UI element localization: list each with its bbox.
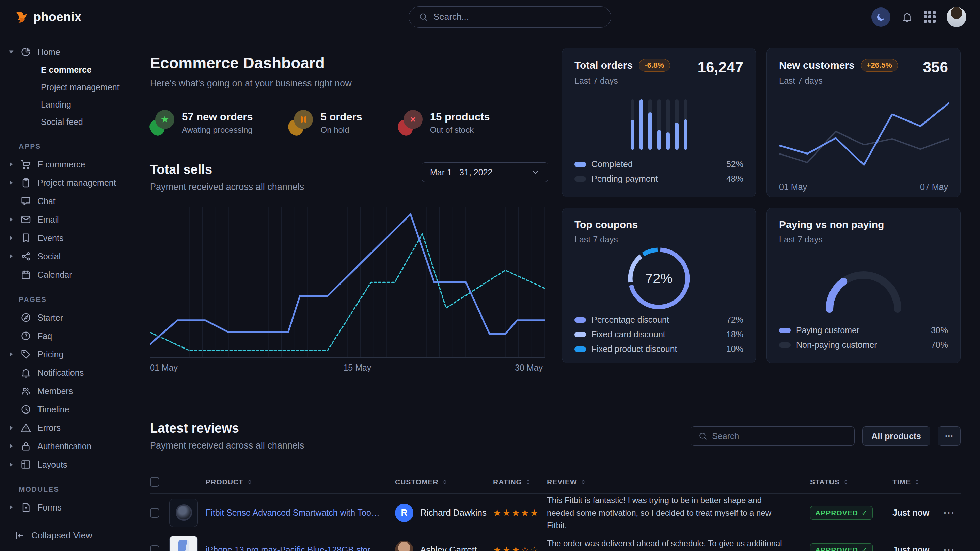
legend-percentage-discount: Percentage discount 72% (574, 313, 743, 327)
date-range-select[interactable]: Mar 1 - 31, 2022 (422, 162, 548, 182)
sidebar-item-project-management[interactable]: Project management (0, 79, 130, 96)
sidebar-item-home[interactable]: Home (0, 43, 130, 61)
sidebar-item-timeline[interactable]: Timeline (0, 400, 130, 419)
sidebar-item-chat[interactable]: Chat (0, 192, 130, 210)
column-customer[interactable]: CUSTOMER (395, 478, 493, 486)
sidebar-item-forms[interactable]: Forms (0, 498, 130, 517)
review-text: The order was delivered ahead of schedul… (547, 537, 810, 551)
column-product[interactable]: PRODUCT (206, 478, 395, 486)
on-hold-icon (288, 110, 313, 136)
reviews-table: PRODUCT CUSTOMER RATING REVIEW STATUS TI… (150, 470, 961, 551)
sidebar-item-calendar[interactable]: Calendar (0, 265, 130, 284)
product-link[interactable]: Fitbit Sense Advanced Smartwatch with To… (206, 508, 395, 518)
row-checkbox[interactable] (150, 545, 159, 551)
product-thumbnail-iphone[interactable] (169, 536, 198, 551)
x-axis-labels: 01 May 15 May 30 May (150, 363, 545, 376)
column-review[interactable]: REVIEW (547, 478, 810, 486)
caret-right-icon (10, 352, 14, 357)
column-rating[interactable]: RATING (493, 478, 547, 486)
sidebar-item-authentication[interactable]: Authentication (0, 437, 130, 456)
order-bar (631, 99, 635, 150)
product-thumbnail-fitbit[interactable] (169, 499, 198, 527)
caret-right-icon (10, 217, 14, 222)
reviews-menu-button[interactable]: ··· (938, 426, 961, 446)
caret-right-icon (10, 462, 14, 467)
legend-fixed-product-discount: Fixed product discount 10% (574, 342, 743, 356)
order-bar (675, 99, 679, 150)
global-search-input[interactable]: Search... (409, 6, 611, 27)
pie-chart-icon (21, 47, 31, 57)
phoenix-flame-icon (14, 10, 29, 24)
x-icon: × (410, 114, 416, 125)
question-circle-icon (21, 330, 31, 341)
sidebar-item-e-commerce[interactable]: E commerce (0, 61, 130, 79)
tag-icon (21, 349, 31, 360)
collapse-left-icon (14, 530, 24, 541)
sidebar-item-layouts[interactable]: Forms Layouts (0, 456, 130, 474)
total-sells-chart: 01 May 15 May 30 May (150, 206, 545, 376)
apps-menu-button[interactable] (924, 11, 936, 23)
new-customers-card: New customers +26.5% Last 7 days 356 01 … (767, 48, 961, 197)
avatar[interactable]: R (395, 504, 414, 522)
sidebar-item-social-feed[interactable]: Social feed (0, 113, 130, 131)
sidebar-item-members[interactable]: Members (0, 382, 130, 400)
order-bar (666, 99, 670, 150)
sidebar-item-notifications[interactable]: Notifications (0, 364, 130, 382)
compass-icon (21, 312, 31, 323)
lock-icon (21, 441, 31, 452)
row-checkbox[interactable] (150, 508, 159, 518)
theme-toggle-button[interactable] (871, 8, 891, 27)
bookmark-icon (21, 232, 31, 243)
sidebar-item-ecommerce-app[interactable]: E commerce (0, 155, 130, 173)
brand-logo[interactable]: phoenix (14, 10, 130, 24)
sort-icon (525, 478, 531, 485)
row-menu-button[interactable]: ··· (943, 545, 961, 551)
total-sells-subtitle: Payment received across all channels (150, 182, 304, 192)
customer-cell: Ashley Garrett (395, 541, 493, 551)
chat-icon (21, 196, 31, 206)
bell-icon (901, 11, 913, 23)
total-sells-title: Total sells (150, 162, 304, 177)
select-all-checkbox[interactable] (150, 477, 159, 487)
users-icon (21, 386, 31, 397)
search-icon (698, 432, 707, 440)
caret-right-icon (10, 444, 14, 449)
all-products-button[interactable]: All products (862, 426, 930, 446)
user-avatar[interactable] (947, 7, 966, 27)
section-divider (130, 392, 980, 392)
sidebar-item-errors[interactable]: Errors (0, 419, 130, 437)
sidebar-item-social[interactable]: Social (0, 247, 130, 265)
caret-right-icon (10, 505, 14, 510)
coupons-donut-chart: 72% (574, 245, 743, 313)
rating-stars: ★★★☆☆ (493, 545, 547, 551)
trend-badge: +26.5% (861, 59, 898, 72)
product-link[interactable]: iPhone 13 pro max-Pacific Blue-128GB sto… (206, 545, 395, 551)
sidebar-item-starter[interactable]: Starter (0, 308, 130, 327)
sidebar-item-pricing[interactable]: Pricing (0, 345, 130, 364)
orders-bar-chart (574, 86, 743, 157)
notifications-button[interactable] (901, 11, 913, 23)
table-row: Fitbit Sense Advanced Smartwatch with To… (150, 494, 961, 531)
sidebar-item-project-management-app[interactable]: Project management (0, 173, 130, 192)
sidebar-item-landing[interactable]: Landing (0, 96, 130, 113)
sidebar-item-faq[interactable]: Faq (0, 327, 130, 345)
reviews-search-input[interactable]: Search (690, 426, 855, 446)
column-time[interactable]: TIME (892, 478, 943, 486)
star-icon: ★ (161, 114, 169, 125)
sidebar-item-icons[interactable]: Icons (0, 517, 130, 520)
stat-orders-on-hold: 5 orders On hold (288, 110, 362, 136)
new-customers-value: 356 (923, 59, 948, 76)
cart-icon (21, 159, 31, 170)
donut-center-label: 72% (645, 271, 673, 286)
trend-badge: -6.8% (639, 59, 670, 72)
pause-icon (301, 116, 307, 122)
sidebar-item-events[interactable]: Events (0, 229, 130, 247)
new-customers-chart: 01 May 07 May (779, 86, 948, 192)
row-menu-button[interactable]: ··· (943, 507, 961, 518)
column-status[interactable]: STATUS (810, 478, 892, 486)
sidebar-item-email[interactable]: Email (0, 210, 130, 229)
paying-gauge-chart (779, 245, 948, 323)
collapsed-view-toggle[interactable]: Collapsed View (0, 520, 130, 551)
avatar[interactable] (395, 541, 414, 551)
time-cell: Just now (892, 545, 943, 551)
